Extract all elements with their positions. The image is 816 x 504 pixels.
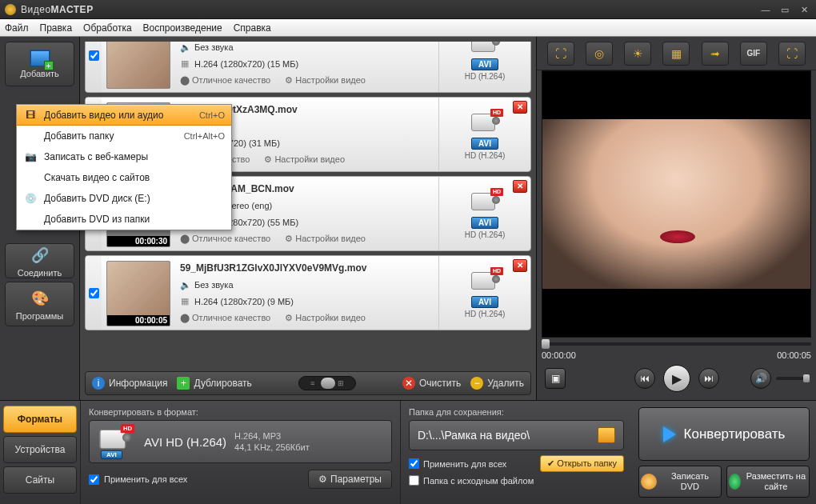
tab-sites[interactable]: Сайты — [3, 466, 77, 494]
window-title: ВидеоМАСТЕР — [21, 4, 94, 15]
duplicate-button[interactable]: +Дублировать — [177, 377, 251, 390]
menu-help[interactable]: Справка — [234, 22, 271, 34]
info-button[interactable]: iИнформация — [92, 377, 167, 390]
popup-item[interactable]: Добавить DVD из папки — [17, 209, 231, 230]
prev-button[interactable]: ⏮ — [634, 368, 655, 389]
film-plus-icon: + — [30, 50, 50, 67]
popup-item-label: Добавить DVD из папки — [44, 214, 218, 225]
video-preview[interactable] — [542, 70, 811, 338]
side-add-button[interactable]: + Добавить — [5, 42, 74, 86]
add-menu-popup: 🎞 Добавить видео или аудио Ctrl+O Добави… — [16, 104, 232, 230]
titlebar: ВидеоМАСТЕР — ▭ ✕ — [0, 0, 816, 19]
close-window-button[interactable]: ✕ — [797, 4, 811, 15]
snapshot-button[interactable]: ▣ — [545, 368, 566, 389]
file-format-cell[interactable]: ✕ HD AVI HD (H.264) — [438, 177, 530, 250]
browse-folder-icon[interactable] — [598, 427, 615, 443]
gear-icon: ⚙ — [318, 474, 327, 485]
mute-button[interactable]: 🔊 — [750, 368, 771, 389]
file-duration: 00:00:30 — [107, 236, 170, 246]
format-spec: HD (H.264) — [465, 151, 506, 160]
minimize-button[interactable]: — — [758, 4, 773, 15]
popup-item-label: Добавить DVD диск (E:) — [44, 193, 218, 204]
format-badge: AVI — [471, 217, 498, 229]
tool-brightness-button[interactable]: ☀ — [624, 42, 651, 66]
tool-caption-button[interactable]: ⛶ — [778, 42, 806, 66]
popup-item[interactable]: Добавить папку Ctrl+Alt+O — [17, 126, 231, 146]
tool-gif-button[interactable]: GIF — [740, 42, 767, 66]
file-settings-link[interactable]: ⚙ Настройки видео — [264, 154, 345, 165]
preview-tools: ⛶ ◎ ☀ ▦ ➟ GIF ⛶ — [537, 37, 816, 70]
file-quality: Отличное качество — [192, 313, 270, 322]
file-format-cell[interactable]: ✕ HD AVI HD (H.264) — [438, 256, 530, 330]
popup-item[interactable]: 📷 Записать с веб-камеры — [17, 146, 231, 167]
apply-all-checkbox[interactable] — [89, 474, 99, 485]
tool-frame-button[interactable]: ▦ — [662, 42, 690, 66]
side-join-button[interactable]: 🔗 Соединить — [5, 243, 74, 278]
delete-button[interactable]: −Удалить — [470, 377, 524, 390]
seek-slider[interactable] — [542, 342, 811, 346]
file-settings-link[interactable]: ⚙ Настройки видео — [285, 313, 366, 323]
time-current: 00:00:00 — [542, 350, 576, 360]
format-badge: AVI — [471, 296, 498, 308]
file-format-cell[interactable]: ✕ HD AVI HD (H.264) — [438, 42, 530, 92]
quality-icon: ⬤ — [180, 234, 190, 243]
popup-item[interactable]: 💿 Добавить DVD диск (E:) — [17, 188, 231, 209]
side-programs-label: Программы — [16, 311, 63, 321]
file-audio: Без звука — [194, 280, 234, 290]
file-thumbnail[interactable]: 00:00:05 — [106, 261, 170, 326]
popup-item-label: Скачать видео с сайтов — [44, 172, 218, 183]
file-row[interactable]: 42_MDZfQmlvIldXR3X0tL.mov 🔈Без звука ▦H.… — [85, 42, 531, 93]
convert-button[interactable]: Конвертировать — [638, 407, 810, 461]
remove-file-button[interactable]: ✕ — [513, 180, 527, 193]
tool-target-button[interactable]: ◎ — [586, 42, 613, 66]
swatch-icon: 🎨 — [29, 287, 51, 310]
tool-speed-button[interactable]: ➟ — [702, 42, 729, 66]
burn-dvd-button[interactable]: Записать DVD — [638, 466, 722, 498]
menu-file[interactable]: Файл — [5, 22, 29, 34]
tab-formats[interactable]: Форматы — [3, 406, 77, 433]
format-spec: HD (H.264) — [465, 72, 506, 81]
format-badge: AVI — [471, 138, 498, 150]
disc-icon — [641, 474, 657, 490]
params-button[interactable]: ⚙Параметры — [308, 470, 392, 489]
menu-playback[interactable]: Воспроизведение — [143, 22, 222, 34]
save-path-field[interactable]: D:\...\Рамка на видео\ — [409, 420, 624, 450]
camera-icon: HD — [468, 42, 502, 57]
next-button[interactable]: ⏭ — [698, 368, 719, 389]
publish-button[interactable]: Разместить на сайте — [726, 466, 810, 498]
side-join-label: Соединить — [18, 268, 62, 278]
maximize-button[interactable]: ▭ — [778, 4, 792, 15]
tool-crop-button[interactable]: ⛶ — [547, 42, 574, 66]
remove-file-button[interactable]: ✕ — [513, 259, 527, 272]
format-selector[interactable]: HD AVI AVI HD (H.264) H.264, MP344,1 KHz… — [89, 420, 392, 463]
file-row[interactable]: 00:00:05 59_MjBfU3R1ZGlvX0JlYXV0eV9MVg.m… — [85, 255, 531, 330]
file-thumbnail[interactable] — [106, 42, 170, 89]
file-settings-link[interactable]: ⚙ Настройки видео — [285, 234, 366, 244]
file-checkbox[interactable] — [89, 288, 99, 298]
menu-edit[interactable]: Правка — [40, 22, 73, 34]
popup-item[interactable]: Скачать видео с сайтов — [17, 167, 231, 188]
popup-item[interactable]: 🎞 Добавить видео или аудио Ctrl+O — [17, 105, 231, 126]
popup-item-label: Добавить папку — [44, 130, 178, 142]
quality-icon: ⬤ — [180, 313, 190, 322]
gear-icon: ⚙ — [285, 313, 293, 322]
film-plus-icon: 🎞 — [23, 110, 38, 121]
clear-button[interactable]: ✕Очистить — [402, 377, 461, 390]
file-format-cell[interactable]: ✕ HD AVI HD (H.264) — [438, 98, 530, 171]
chain-icon: 🔗 — [29, 244, 51, 266]
side-programs-button[interactable]: 🎨 Программы — [5, 282, 74, 326]
save-apply-all-checkbox[interactable] — [409, 458, 419, 469]
tab-devices[interactable]: Устройства — [3, 436, 77, 463]
list-toolbar: iИнформация +Дублировать ≡⊞ ✕Очистить −У… — [85, 371, 531, 395]
file-settings-link[interactable]: ⚙ Настройки видео — [285, 75, 366, 86]
remove-file-button[interactable]: ✕ — [513, 101, 527, 114]
file-checkbox[interactable] — [89, 50, 99, 61]
popup-item-shortcut: Ctrl+Alt+O — [184, 131, 225, 141]
open-folder-button[interactable]: ✔ Открыть папку — [540, 455, 624, 472]
play-button[interactable]: ▶ — [663, 365, 690, 392]
format-badge: AVI — [471, 58, 498, 70]
save-src-folder-checkbox[interactable] — [409, 475, 419, 486]
volume-slider[interactable] — [776, 377, 810, 380]
menu-process[interactable]: Обработка — [83, 22, 132, 34]
view-toggle[interactable]: ≡⊞ — [298, 376, 356, 390]
